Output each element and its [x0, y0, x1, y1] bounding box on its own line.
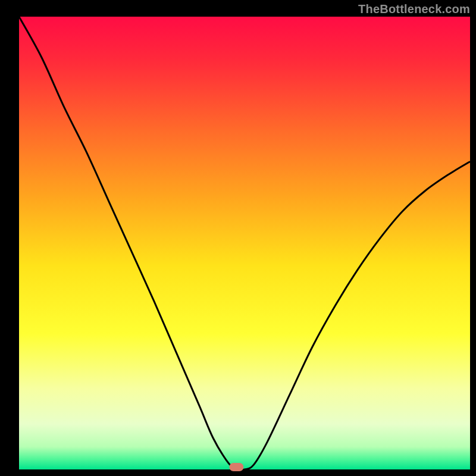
watermark-text: TheBottleneck.com	[358, 2, 470, 16]
chart-stage: TheBottleneck.com	[0, 0, 476, 476]
chart-svg	[0, 0, 476, 476]
optimal-marker	[229, 463, 243, 471]
plot-background	[19, 17, 470, 469]
